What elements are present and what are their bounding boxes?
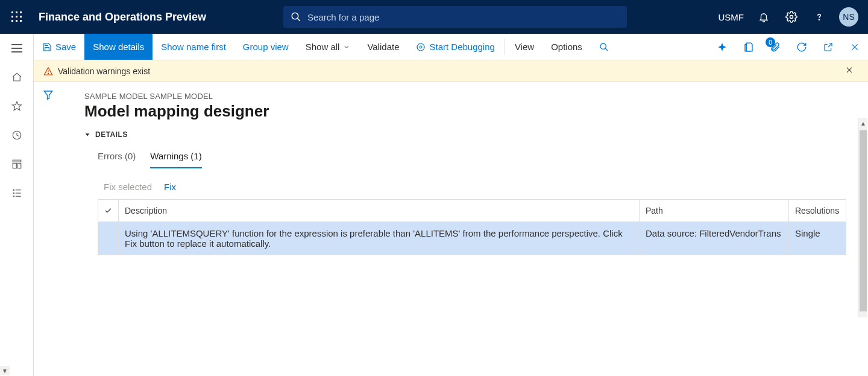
svg-marker-16 (12, 102, 21, 110)
cell-resolutions: Single (789, 222, 846, 255)
scroll-down-icon[interactable]: ▼ (0, 366, 10, 375)
col-header-resolutions[interactable]: Resolutions (789, 200, 846, 221)
col-header-description[interactable]: Description (119, 200, 640, 221)
debug-icon (416, 42, 426, 52)
col-header-path[interactable]: Path (640, 200, 789, 221)
content-area: SAMPLE MODEL SAMPLE MODEL Model mapping … (34, 82, 868, 376)
cell-path: Data source: FilteredVendorTrans (640, 222, 789, 255)
svg-point-21 (13, 190, 14, 191)
select-all-checkbox[interactable] (98, 200, 119, 221)
filter-icon[interactable] (43, 89, 54, 376)
favorites-icon[interactable] (0, 92, 34, 121)
breadcrumb: SAMPLE MODEL SAMPLE MODEL (84, 92, 846, 101)
details-label: DETAILS (95, 130, 128, 139)
scroll-up-icon[interactable]: ▲ (858, 118, 868, 128)
action-bar: Save Show details Show name first Group … (34, 34, 868, 60)
filter-rail (34, 82, 63, 376)
vertical-scrollbar[interactable]: ▲ (858, 118, 867, 317)
close-warning-icon[interactable] (845, 66, 858, 76)
fix-button[interactable]: Fix (164, 182, 176, 192)
warning-text: Validation warnings exist (58, 66, 150, 76)
fixbar: Fix selected Fix (84, 182, 846, 192)
svg-point-9 (292, 13, 298, 19)
fix-selected-button: Fix selected (104, 182, 152, 192)
scrollbar-thumb[interactable] (860, 130, 867, 311)
find-icon[interactable] (591, 34, 617, 60)
view-menu[interactable]: View (506, 34, 542, 60)
svg-marker-43 (44, 91, 52, 100)
row-checkbox[interactable] (98, 222, 119, 255)
show-all-dropdown[interactable]: Show all (297, 34, 359, 60)
svg-point-28 (417, 43, 424, 51)
main-panel: SAMPLE MODEL SAMPLE MODEL Model mapping … (63, 82, 868, 376)
hamburger-icon[interactable] (0, 34, 34, 63)
validation-warning-banner: Validation warnings exist (34, 60, 868, 82)
search-box[interactable] (283, 6, 627, 28)
svg-point-40 (48, 73, 48, 74)
action-bar-right: 0 (709, 34, 868, 60)
save-label: Save (55, 42, 76, 52)
close-icon[interactable] (841, 34, 868, 60)
attachments-icon[interactable]: 0 (762, 34, 788, 60)
left-nav (0, 34, 34, 376)
svg-rect-1 (16, 11, 17, 13)
personalize-icon[interactable] (709, 34, 735, 60)
app-launcher-icon[interactable] (0, 0, 34, 34)
app-title: Finance and Operations Preview (39, 11, 206, 24)
show-name-first-button[interactable]: Show name first (153, 34, 234, 60)
open-in-office-icon[interactable] (735, 34, 762, 60)
warnings-grid: Description Path Resolutions Using 'ALLI… (98, 199, 846, 255)
modules-icon[interactable] (0, 179, 34, 208)
chevron-down-icon (343, 43, 350, 51)
settings-icon[interactable] (779, 0, 804, 34)
notifications-icon[interactable] (751, 0, 776, 34)
attachments-badge: 0 (766, 37, 775, 47)
validate-button[interactable]: Validate (359, 34, 407, 60)
svg-rect-6 (11, 20, 13, 22)
svg-rect-0 (11, 11, 13, 13)
svg-line-32 (605, 48, 608, 51)
tabs: Errors (0) Warnings (1) (84, 147, 846, 168)
svg-rect-2 (20, 11, 22, 13)
svg-rect-18 (13, 160, 21, 162)
page-title: Model mapping designer (84, 102, 846, 121)
cell-description: Using 'ALLITEMSQUERY' function for the e… (119, 222, 640, 255)
popout-icon[interactable] (815, 34, 841, 60)
collapse-icon (84, 132, 90, 138)
tab-warnings[interactable]: Warnings (1) (150, 147, 201, 168)
svg-rect-19 (13, 164, 16, 168)
svg-point-25 (13, 196, 14, 197)
workspaces-icon[interactable] (0, 150, 34, 179)
show-details-label: Show details (93, 42, 144, 52)
home-icon[interactable] (0, 63, 34, 92)
svg-rect-5 (20, 16, 22, 18)
start-debugging-button[interactable]: Start Debugging (407, 34, 503, 60)
svg-rect-4 (16, 16, 17, 18)
svg-point-11 (790, 16, 793, 19)
user-avatar[interactable]: NS (839, 7, 858, 27)
tab-errors[interactable]: Errors (0) (98, 147, 136, 168)
recent-icon[interactable] (0, 121, 34, 150)
details-section-header[interactable]: DETAILS (84, 130, 846, 139)
top-header: Finance and Operations Preview USMF NS (0, 0, 868, 34)
search-input[interactable] (307, 12, 620, 22)
separator (505, 39, 505, 55)
grid-row[interactable]: Using 'ALLITEMSQUERY' function for the e… (98, 222, 846, 255)
show-details-button[interactable]: Show details (84, 34, 153, 60)
save-button[interactable]: Save (34, 34, 84, 60)
top-right-tools: USMF NS (714, 0, 864, 34)
svg-point-27 (420, 46, 422, 48)
svg-point-23 (13, 193, 14, 194)
svg-marker-44 (86, 133, 90, 136)
search-icon (291, 11, 301, 22)
svg-line-10 (297, 18, 300, 21)
grid-header: Description Path Resolutions (98, 200, 846, 222)
svg-point-12 (819, 19, 819, 20)
options-menu[interactable]: Options (542, 34, 591, 60)
help-icon[interactable] (807, 0, 832, 34)
svg-rect-8 (20, 20, 22, 22)
group-view-button[interactable]: Group view (234, 34, 297, 60)
company-label[interactable]: USMF (714, 12, 749, 22)
svg-rect-3 (11, 16, 13, 18)
refresh-icon[interactable] (788, 34, 815, 60)
